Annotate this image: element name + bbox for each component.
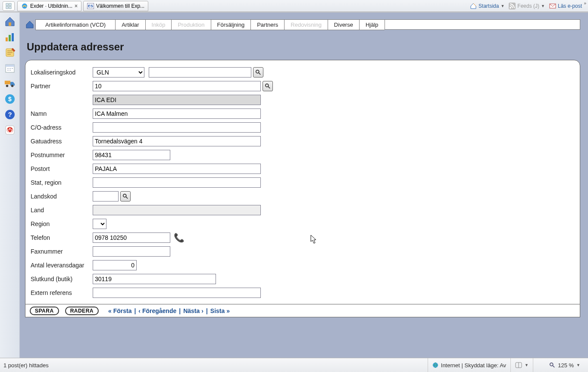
menu-hjalp[interactable]: Hjälp (359, 20, 385, 30)
feeds-link: Feeds (J) ▼ (509, 3, 545, 9)
svg-rect-9 (6, 37, 8, 41)
menu-partners[interactable]: Partners (250, 20, 284, 30)
svg-point-16 (6, 85, 8, 87)
label-stat: Stat, region (31, 179, 93, 186)
svg-line-34 (553, 366, 554, 367)
expand-icon[interactable]: » (584, 1, 586, 6)
menu-produktion: Produktion (171, 20, 210, 30)
lokaliseringskod-lookup-button[interactable] (253, 67, 263, 78)
label-fax: Faxnummer (31, 248, 93, 255)
tab-title: Exder · Utbildnin... (30, 3, 72, 9)
home-icon[interactable] (3, 15, 17, 28)
mail-icon (549, 3, 556, 9)
namn-input[interactable] (93, 108, 261, 119)
globe-icon (432, 362, 438, 368)
svg-line-27 (268, 87, 270, 88)
svg-rect-10 (9, 35, 11, 41)
side-icon-rail: $ ? (0, 12, 20, 358)
partner-lookup-button[interactable] (263, 81, 273, 91)
rss-icon (509, 3, 516, 9)
phone-icon: 📞 (174, 232, 185, 243)
money-icon[interactable]: $ (3, 93, 17, 105)
browser-tab-0[interactable]: Exder · Utbildnin... × (17, 1, 81, 11)
dropdown-icon[interactable]: ▼ (525, 363, 529, 367)
dropdown-icon: ▼ (541, 4, 545, 8)
home-icon (470, 3, 477, 9)
status-protected-mode-toggle[interactable]: ▼ (510, 358, 533, 372)
leveransdagar-input[interactable] (93, 260, 137, 270)
menu-home-icon[interactable] (24, 19, 35, 30)
menu-artiklar[interactable]: Artiklar (115, 20, 145, 30)
landskod-lookup-button[interactable] (120, 191, 131, 202)
label-telefon: Telefon (31, 234, 93, 241)
svg-point-6 (510, 7, 511, 9)
label-postnr: Postnummer (31, 152, 93, 158)
chart-icon[interactable] (3, 31, 17, 43)
label-region: Region (31, 220, 93, 227)
label-slutkund: Slutkund (butik) (31, 276, 93, 282)
pager-next[interactable]: Nästa › (183, 307, 203, 314)
fax-input[interactable] (93, 246, 170, 257)
partner-input[interactable] (93, 81, 261, 91)
svg-text:$: $ (8, 96, 12, 102)
svg-rect-14 (6, 65, 14, 67)
svg-point-33 (550, 363, 553, 366)
gatuadress-input[interactable] (93, 136, 261, 146)
label-co: C/O-adress (31, 124, 93, 131)
postnummer-input[interactable] (93, 150, 170, 160)
slutkund-input[interactable] (93, 274, 216, 284)
svg-line-29 (126, 197, 128, 198)
menu-inkop: Inköp (145, 20, 172, 30)
pager-prev[interactable]: ‹ Föregående (138, 307, 176, 314)
dropdown-icon[interactable]: ▼ (500, 4, 504, 8)
quick-tabs-button[interactable] (3, 1, 15, 11)
menu-artikelinfo[interactable]: Artikelinformation (VCD) (35, 20, 115, 30)
note-icon[interactable] (3, 46, 17, 59)
form-panel: Lokaliseringskod GLN Partner ICA EDI Nam… (25, 60, 580, 304)
status-security[interactable]: Internet | Skyddat läge: Av (428, 358, 510, 372)
landskod-input[interactable] (93, 191, 119, 202)
label-postort: Postort (31, 165, 93, 172)
land-input[interactable] (93, 205, 261, 215)
svg-rect-8 (9, 22, 11, 26)
lokaliseringskod-type-select[interactable]: GLN (93, 67, 144, 78)
svg-rect-3 (9, 6, 11, 8)
svg-point-17 (11, 85, 13, 87)
menu-diverse[interactable]: Diverse (328, 20, 359, 30)
label-gata: Gatuadress (31, 138, 93, 145)
action-strip: SPARA RADERA « Första| ‹ Föregående| Näs… (25, 304, 580, 317)
zoom-control[interactable]: 125 % ▼ (533, 358, 585, 372)
home-link[interactable]: Startsida ▼ (470, 3, 504, 9)
telefon-input[interactable] (93, 232, 170, 243)
menu-redovisning: Redovisning (284, 20, 328, 30)
close-icon[interactable]: × (75, 3, 78, 9)
label-lokaliseringskod: Lokaliseringskod (31, 69, 93, 76)
pager-first[interactable]: « Första (108, 307, 131, 314)
svg-point-26 (266, 84, 269, 87)
dropdown-icon[interactable]: ▼ (576, 363, 580, 367)
delete-button[interactable]: RADERA (65, 307, 99, 315)
calendar-icon[interactable] (3, 62, 17, 74)
co-adress-input[interactable] (93, 122, 261, 133)
postort-input[interactable] (93, 164, 261, 174)
help-icon[interactable]: ? (3, 108, 17, 121)
label-levdagar: Antal leveransdagar (31, 262, 93, 269)
power-icon[interactable] (3, 124, 17, 136)
browser-tab-1[interactable]: ES Välkommen till Exp... (83, 1, 148, 11)
top-menu: Artikelinformation (VCD) Artiklar Inköp … (35, 19, 580, 30)
svg-rect-15 (4, 81, 10, 84)
truck-icon[interactable] (3, 77, 17, 90)
status-bar: 1 post(er) hittades Internet | Skyddat l… (0, 358, 588, 372)
mail-link[interactable]: Läs e-post (549, 3, 582, 9)
extern-referens-input[interactable] (93, 288, 261, 298)
stat-region-input[interactable] (93, 177, 261, 188)
label-landskod: Landskod (31, 193, 93, 200)
lokaliseringskod-input[interactable] (149, 67, 251, 78)
pager-last[interactable]: Sista » (210, 307, 230, 314)
region-select[interactable] (93, 219, 106, 229)
label-namn: Namn (31, 110, 93, 117)
menu-forsaljning[interactable]: Försäljning (211, 20, 251, 30)
page-title: Uppdatera adresser (27, 41, 580, 53)
save-button[interactable]: SPARA (30, 307, 59, 315)
favicon: ES (87, 3, 94, 9)
